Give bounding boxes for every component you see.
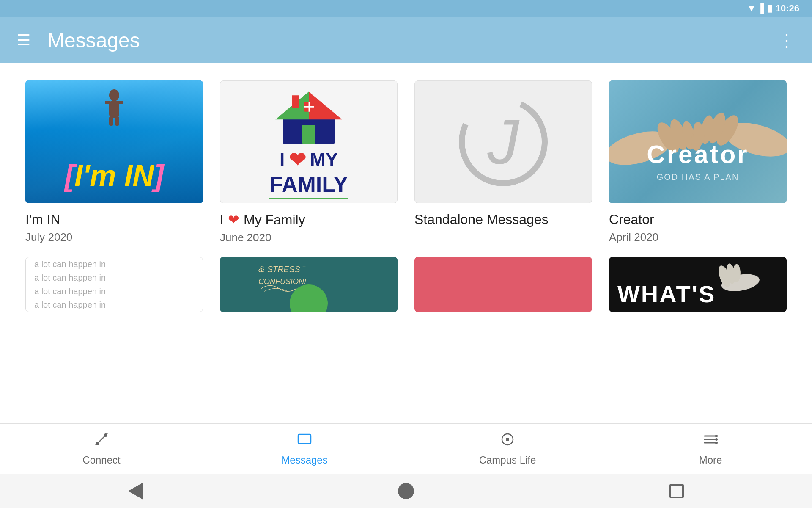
nav-label-connect: Connect: [82, 454, 120, 466]
svg-text:&: &: [258, 264, 265, 274]
nav-item-more[interactable]: More: [679, 432, 742, 466]
creator-subtitle-text: GOD HAS A PLAN: [609, 172, 787, 182]
creator-title-text: Creator: [609, 140, 787, 169]
recent-apps-button[interactable]: [666, 480, 687, 502]
my-family-text: I ❤ MY FAMILY: [269, 148, 348, 199]
thumbnail-standalone: J: [414, 80, 592, 203]
nav-item-campus-life[interactable]: Campus Life: [476, 432, 539, 466]
nav-label-messages: Messages: [281, 454, 327, 466]
more-icon: [703, 432, 718, 451]
svg-text:+: +: [302, 262, 306, 269]
card-title-my-family: I ❤ My Family: [220, 212, 398, 228]
time-display: 10:26: [776, 3, 799, 14]
card-my-family[interactable]: I ❤ MY FAMILY I ❤ My Family June 2020: [220, 80, 398, 244]
card-im-in[interactable]: [ I'm IN ] I'm IN July 2020: [25, 80, 203, 244]
battery-icon: ▮: [767, 3, 772, 14]
svg-point-0: [109, 89, 119, 101]
home-button[interactable]: [395, 480, 417, 502]
thumbnail-whats[interactable]: WHAT'S: [609, 257, 787, 312]
svg-rect-9: [292, 95, 299, 108]
home-circle-icon: [398, 483, 414, 499]
signal-icon: ▐: [757, 3, 764, 14]
svg-line-32: [97, 435, 106, 444]
card-standalone[interactable]: J Standalone Messages: [414, 80, 592, 244]
thumbnail-im-in: [ I'm IN ]: [25, 80, 203, 203]
svg-point-44: [715, 442, 718, 444]
swimmer-figure: [102, 89, 127, 127]
main-content: [ I'm IN ] I'm IN July 2020: [0, 64, 812, 423]
thumbnail-creator: Creator GOD HAS A PLAN: [609, 80, 787, 203]
card-date-creator: April 2020: [609, 231, 787, 244]
app-bar: ☰ Messages ⋮: [0, 17, 812, 64]
card-title-creator: Creator: [609, 212, 787, 227]
card-date-im-in: July 2020: [25, 231, 203, 244]
status-icons: ▾ ▐ ▮ 10:26: [749, 3, 799, 14]
card-title-im-in: I'm IN: [25, 212, 203, 227]
nav-item-messages[interactable]: Messages: [273, 432, 336, 466]
thumbnail-my-family: I ❤ MY FAMILY: [220, 80, 398, 203]
svg-rect-1: [109, 101, 119, 118]
thumbnail-stress[interactable]: & STRESS + CONFUSION!: [220, 257, 398, 312]
bottom-navigation: Connect Messages Campus Life: [0, 423, 812, 474]
messages-icon: [297, 432, 312, 451]
heart-icon: ❤: [228, 212, 239, 228]
nav-item-connect[interactable]: Connect: [70, 432, 133, 466]
svg-point-42: [715, 435, 718, 437]
svg-point-33: [96, 442, 99, 445]
svg-point-43: [715, 438, 718, 441]
page-title: Messages: [47, 29, 778, 52]
thumbnail-text-repeat[interactable]: a lot can happen in a lot can happen in …: [25, 257, 203, 312]
recent-square-icon: [669, 484, 684, 498]
card-title-standalone: Standalone Messages: [414, 212, 592, 227]
wifi-icon: ▾: [749, 3, 754, 14]
svg-point-34: [104, 433, 107, 437]
svg-rect-4: [109, 116, 113, 126]
nav-label-more: More: [699, 454, 722, 466]
svg-point-38: [506, 438, 509, 441]
back-triangle-icon: [128, 483, 143, 500]
messages-grid: [ I'm IN ] I'm IN July 2020: [25, 80, 787, 244]
whats-title-text: WHAT'S: [617, 280, 774, 308]
second-row-grid: a lot can happen in a lot can happen in …: [25, 257, 787, 312]
svg-rect-2: [105, 101, 111, 104]
house-icon: [271, 84, 347, 144]
svg-text:STRESS: STRESS: [267, 265, 300, 274]
thumbnail-pink[interactable]: [414, 257, 592, 312]
more-options-icon[interactable]: ⋮: [778, 30, 795, 50]
back-button[interactable]: [125, 480, 146, 502]
campus-life-icon: [500, 432, 515, 451]
svg-point-31: [733, 264, 741, 282]
card-creator[interactable]: Creator GOD HAS A PLAN Creator April 202…: [609, 80, 787, 244]
svg-rect-3: [118, 101, 123, 104]
status-bar: ▾ ▐ ▮ 10:26: [0, 0, 812, 17]
nav-label-campus-life: Campus Life: [479, 454, 536, 466]
svg-rect-13: [302, 125, 315, 144]
svg-text:CONFUSION!: CONFUSION!: [258, 277, 306, 286]
card-date-my-family: June 2020: [220, 231, 398, 244]
hamburger-menu-icon[interactable]: ☰: [17, 31, 30, 49]
connect-icon: [94, 432, 109, 451]
system-navigation: [0, 474, 812, 508]
second-row: a lot can happen in a lot can happen in …: [25, 257, 787, 312]
svg-rect-5: [115, 116, 119, 126]
